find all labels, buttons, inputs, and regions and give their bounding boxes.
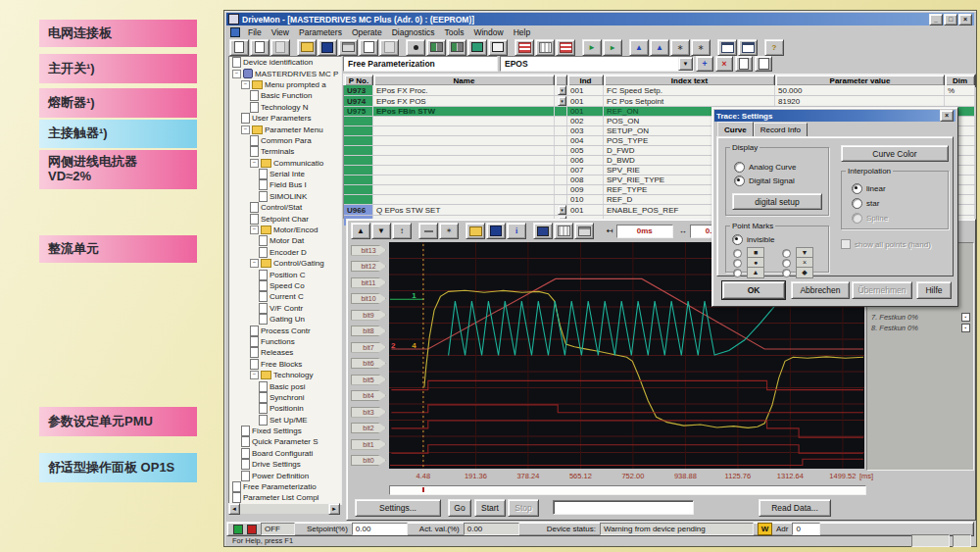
settings-button[interactable]: Settings... (355, 499, 441, 517)
ok-button[interactable]: OK (722, 281, 785, 299)
radio-icon[interactable] (734, 162, 745, 173)
tree-item[interactable]: Field Bus I (229, 179, 341, 190)
trace-save-button[interactable] (486, 223, 506, 239)
minimize-button[interactable]: _ (929, 14, 943, 25)
tree-item[interactable]: Setpoint Char (229, 213, 341, 224)
tree-item[interactable]: −Parameter Menu (229, 124, 341, 134)
tree-item[interactable]: User Parameters (229, 113, 341, 124)
menu-operate[interactable]: Operate (347, 27, 387, 37)
tree-item[interactable]: Quick Parameter S (229, 436, 341, 447)
checkbox-icon[interactable] (841, 239, 851, 249)
toolbar-win2-button[interactable] (738, 39, 758, 56)
trace-comment-input[interactable] (553, 500, 694, 515)
toolbar-go-button[interactable]: ► (582, 39, 602, 56)
delete-dataset-button[interactable]: × (715, 56, 733, 72)
tree-item[interactable]: Free Blocks (229, 359, 341, 370)
tree-item[interactable]: V/F Contr (229, 303, 341, 314)
tree-horizontal-scrollbar[interactable]: ◄ ► (228, 504, 340, 514)
trace-zoom-fit-button[interactable]: ↕ (392, 223, 412, 239)
channel-item[interactable]: 7. Festkun 0%▪ (871, 312, 970, 322)
tree-item[interactable]: Encoder D (229, 247, 341, 258)
tree-item[interactable]: Process Contr (229, 325, 341, 335)
parameter-group-field[interactable]: Free Parameterization (343, 56, 498, 72)
tree-item[interactable]: SIMOLINK (229, 191, 341, 202)
tree-toggle-icon[interactable]: − (250, 371, 259, 379)
go-button[interactable]: Go (448, 499, 471, 517)
menu-window[interactable]: Window (468, 27, 508, 37)
tree-item[interactable]: Synchroni (229, 392, 341, 403)
time-scrollbar[interactable] (389, 485, 866, 495)
toolbar-win-button[interactable] (717, 39, 737, 56)
trace-print-button[interactable] (574, 223, 594, 239)
row-dropdown-icon[interactable]: ▾ (558, 205, 566, 215)
trace-zoom-in-button[interactable]: ▲ (351, 223, 370, 239)
trace-flat-button[interactable] (418, 223, 438, 239)
toolbar-grid-red2-button[interactable] (556, 39, 575, 56)
row-dropdown-icon[interactable]: ▾ (558, 85, 566, 95)
linear-option[interactable]: linear (852, 183, 886, 194)
tree-item[interactable]: Power Definition (229, 470, 341, 480)
toolbar-grid-button[interactable] (535, 39, 555, 56)
time-position-field[interactable]: 0ms (616, 225, 673, 238)
toolbar-dots-button[interactable]: ∗ (670, 39, 690, 56)
toolbar-copy-button[interactable] (359, 39, 378, 56)
radio-icon[interactable] (852, 198, 862, 209)
tree-item[interactable]: Drive Settings (229, 459, 341, 470)
dataset-combo[interactable]: EPOS ▼ (500, 56, 694, 72)
curve-color-button[interactable]: Curve Color (841, 145, 949, 162)
tree-item[interactable]: Current C (229, 291, 341, 302)
tree-toggle-icon[interactable]: − (241, 125, 250, 134)
menu-tools[interactable]: Tools (440, 27, 469, 37)
toolbar-help-button[interactable]: ? (764, 39, 784, 56)
trace-zoom-out-button[interactable]: ▼ (371, 223, 391, 239)
toolbar-up2-button[interactable]: ▲ (650, 39, 669, 56)
time-cursor[interactable] (422, 487, 424, 492)
tree-item[interactable]: Motor Dat (229, 235, 341, 246)
tree-item[interactable]: −Menu prompted a (229, 79, 341, 90)
toolbar-doc-new-button[interactable] (229, 39, 249, 56)
toolbar-dot-button[interactable] (406, 39, 425, 56)
tree-item[interactable]: Positionin (229, 403, 341, 414)
menu-help[interactable]: Help (509, 27, 535, 37)
tree-item[interactable]: Speed Co (229, 280, 341, 291)
toolbar-go2-button[interactable]: ▸ (603, 39, 622, 56)
channel-checkbox-icon[interactable]: ▪ (961, 313, 970, 322)
tree-item[interactable]: Terminals (229, 146, 341, 157)
menu-parameters[interactable]: Parameters (294, 27, 347, 37)
radio-icon[interactable] (733, 269, 742, 277)
copy-list-button[interactable] (755, 56, 772, 72)
digital-setup-button[interactable]: digital setup (732, 193, 822, 210)
tree-item[interactable]: Gating Un (229, 314, 341, 325)
tree-item[interactable]: Functions (229, 336, 341, 347)
read-data-button[interactable]: Read Data... (759, 499, 831, 517)
tree-item[interactable]: Serial Inte (229, 169, 341, 179)
trace-screen-button[interactable] (533, 223, 553, 239)
tree-item[interactable]: Parameter List Compl (229, 492, 341, 503)
radio-icon[interactable] (852, 213, 862, 224)
radio-icon[interactable] (852, 183, 862, 194)
tree-item[interactable]: Basic posi (229, 380, 341, 391)
invisible-option[interactable]: invisible (732, 234, 774, 245)
tree-item[interactable]: −MASTERDRIVES MC P (229, 68, 341, 78)
close-button[interactable]: × (958, 14, 972, 25)
radio-icon[interactable] (734, 176, 745, 186)
menu-view[interactable]: View (267, 27, 294, 37)
trace-folder-button[interactable] (466, 223, 485, 239)
tree-item[interactable]: Releases (229, 347, 341, 358)
analog-curve-option[interactable]: Analog Curve (734, 162, 796, 173)
toolbar-monitor-button[interactable] (467, 39, 487, 56)
dialog-close-icon[interactable]: × (940, 110, 954, 122)
scroll-left-icon[interactable]: ◄ (228, 503, 240, 515)
tree-item[interactable]: Basic Function (229, 90, 341, 101)
toolbar-print-button[interactable] (338, 39, 358, 56)
show-all-points-option[interactable]: show all points (hand) (841, 239, 931, 249)
tree-toggle-icon[interactable]: − (250, 159, 259, 168)
apply-button[interactable]: Übernehmen (852, 281, 912, 299)
restore-button[interactable]: □ (944, 14, 957, 25)
menu-diagnostics[interactable]: Diagnostics (387, 27, 440, 37)
tree-toggle-icon[interactable]: − (250, 259, 259, 268)
toolbar-doc-dim-button[interactable] (270, 39, 290, 56)
star-option[interactable]: star (852, 198, 879, 209)
tree-toggle-icon[interactable]: − (232, 70, 241, 78)
tree-item[interactable]: Common Para (229, 135, 341, 146)
